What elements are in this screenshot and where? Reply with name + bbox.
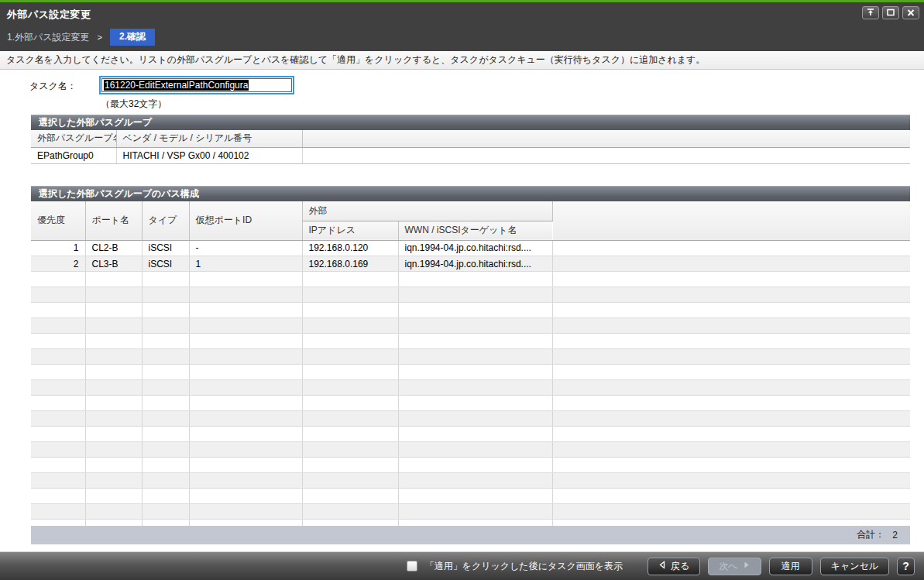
empty-cell <box>189 520 302 526</box>
empty-cell <box>398 489 552 504</box>
back-button[interactable]: 戻る <box>647 558 700 575</box>
window-controls <box>862 6 919 19</box>
empty-cell <box>142 396 189 411</box>
selected-path-group-section-title: 選択した外部パスグループ <box>31 115 910 130</box>
cancel-button[interactable]: キャンセル <box>820 558 889 575</box>
empty-cell <box>398 504 552 520</box>
empty-cell <box>31 427 85 442</box>
cell-wwn: iqn.1994-04.jp.co.hitachi:rsd.... <box>398 241 552 256</box>
next-button: 次へ <box>708 558 761 575</box>
table-row: EPathGroup0 HITACHI / VSP Gx00 / 400102 <box>31 147 910 163</box>
empty-row <box>31 473 910 489</box>
empty-row <box>31 442 910 458</box>
empty-cell <box>302 473 398 489</box>
empty-cell <box>552 427 910 442</box>
empty-cell <box>31 318 85 334</box>
maximize-icon <box>886 6 895 20</box>
empty-cell <box>85 396 142 411</box>
empty-cell <box>31 287 85 303</box>
empty-cell <box>552 520 910 526</box>
column-header-spacer <box>302 130 910 147</box>
empty-row <box>31 489 910 504</box>
empty-row <box>31 396 910 411</box>
cell-port: CL2-B <box>85 241 142 256</box>
empty-cell <box>142 349 189 365</box>
empty-cell <box>189 411 302 427</box>
empty-cell <box>142 318 189 334</box>
column-header-wwn: WWN / iSCSIターゲット名 <box>398 221 552 240</box>
cell-wwn: iqn.1994-04.jp.co.hitachi:rsd.... <box>398 256 552 272</box>
empty-cell <box>189 334 302 349</box>
empty-cell <box>189 489 302 504</box>
empty-cell <box>189 318 302 334</box>
apply-button[interactable]: 適用 <box>769 558 812 575</box>
show-task-screen-checkbox[interactable] <box>407 561 417 571</box>
breadcrumb-step-2-active: 2.確認 <box>110 29 155 46</box>
close-window-button[interactable] <box>902 6 919 19</box>
empty-cell <box>302 380 398 396</box>
empty-cell <box>302 287 398 303</box>
empty-cell <box>85 411 142 427</box>
dialog-external-path-edit: 外部パス設定変更 <box>0 0 924 580</box>
path-configuration-section: 選択した外部パスグループのパス構成 優先度 ポート名 タイプ 仮想ポートID 外… <box>31 186 910 544</box>
help-button[interactable]: ? <box>897 558 915 575</box>
path-table-body-area: 1 CL2-B iSCSI - 192.168.0.120 iqn.1994-0… <box>31 241 910 526</box>
cell-virtual-port: - <box>189 241 302 256</box>
empty-cell <box>302 303 398 318</box>
empty-cell <box>552 411 910 427</box>
empty-cell <box>85 473 142 489</box>
path-table-header: 優先度 ポート名 タイプ 仮想ポートID 外部 IPアドレス WWN / iSC… <box>31 201 910 241</box>
page-title: 外部パス設定変更 <box>0 2 924 22</box>
table-header-row: 外部パスグループ名 ベンダ / モデル / シリアル番号 <box>31 130 910 147</box>
empty-cell <box>552 365 910 380</box>
empty-row <box>31 334 910 349</box>
empty-cell <box>302 334 398 349</box>
empty-cell <box>552 396 910 411</box>
empty-cell <box>302 504 398 520</box>
window-titlebar: 外部パス設定変更 <box>0 0 924 51</box>
empty-cell <box>142 427 189 442</box>
empty-cell <box>85 380 142 396</box>
empty-cell <box>31 458 85 473</box>
help-icon: ? <box>902 560 909 572</box>
empty-cell <box>189 442 302 458</box>
empty-cell <box>398 349 552 365</box>
empty-cell <box>302 396 398 411</box>
empty-cell <box>398 303 552 318</box>
empty-row <box>31 504 910 520</box>
empty-cell <box>31 380 85 396</box>
empty-cell <box>189 473 302 489</box>
empty-cell <box>85 520 142 526</box>
collapse-window-button[interactable] <box>862 6 879 19</box>
path-table: 1 CL2-B iSCSI - 192.168.0.120 iqn.1994-0… <box>31 241 910 526</box>
empty-cell <box>85 349 142 365</box>
cell-group-name: EPathGroup0 <box>31 147 116 163</box>
task-name-input[interactable]: 161220-EditExternalPathConfigura <box>99 76 294 94</box>
empty-cell <box>398 287 552 303</box>
breadcrumb-step-1: 1.外部パス設定変更 <box>7 31 90 44</box>
empty-cell <box>398 442 552 458</box>
maximize-window-button[interactable] <box>882 6 899 19</box>
empty-cell <box>31 272 85 287</box>
empty-cell <box>142 303 189 318</box>
empty-cell <box>142 380 189 396</box>
empty-cell <box>31 396 85 411</box>
empty-cell <box>142 504 189 520</box>
empty-cell <box>142 458 189 473</box>
empty-cell <box>189 396 302 411</box>
apply-button-label: 適用 <box>781 560 800 573</box>
empty-row <box>31 287 910 303</box>
empty-cell <box>142 520 189 526</box>
empty-cell <box>398 396 552 411</box>
empty-cell <box>552 504 910 520</box>
empty-cell <box>142 334 189 349</box>
task-name-input-inner: 161220-EditExternalPathConfigura <box>101 78 292 92</box>
empty-cell <box>85 287 142 303</box>
empty-cell <box>142 442 189 458</box>
empty-row <box>31 380 910 396</box>
empty-cell <box>398 365 552 380</box>
empty-cell <box>85 334 142 349</box>
empty-cell <box>552 458 910 473</box>
empty-cell <box>302 520 398 526</box>
empty-cell <box>398 520 552 526</box>
